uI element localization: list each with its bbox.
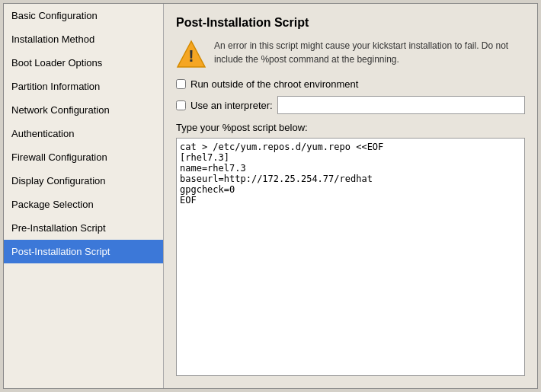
script-label: Type your %post script below:: [176, 122, 525, 133]
warning-message: An error in this script might cause your…: [214, 39, 525, 66]
interpreter-row: Use an interpreter:: [176, 96, 525, 114]
main-panel: Post-Installation Script ! An error in t…: [164, 4, 537, 388]
svg-text:!: !: [188, 46, 194, 65]
sidebar-item-basic-configuration[interactable]: Basic Configuration: [4, 4, 163, 27]
chroot-label: Run outside of the chroot environment: [190, 78, 358, 90]
chroot-checkbox-row: Run outside of the chroot environment: [176, 78, 525, 90]
sidebar-item-package-selection[interactable]: Package Selection: [4, 193, 163, 216]
warning-box: ! An error in this script might cause yo…: [176, 39, 525, 69]
sidebar-item-display-configuration[interactable]: Display Configuration: [4, 169, 163, 193]
sidebar-item-installation-method[interactable]: Installation Method: [4, 27, 163, 51]
warning-icon: !: [176, 39, 206, 69]
sidebar-item-boot-loader-options[interactable]: Boot Loader Options: [4, 51, 163, 75]
sidebar-item-pre-installation-script[interactable]: Pre-Installation Script: [4, 216, 163, 240]
page-title: Post-Installation Script: [176, 16, 525, 30]
sidebar: Basic Configuration Installation Method …: [4, 4, 164, 388]
interpreter-checkbox[interactable]: [176, 100, 186, 110]
sidebar-item-network-configuration[interactable]: Network Configuration: [4, 98, 163, 122]
sidebar-item-firewall-configuration[interactable]: Firewall Configuration: [4, 145, 163, 169]
sidebar-item-post-installation-script[interactable]: Post-Installation Script: [4, 240, 163, 263]
chroot-checkbox[interactable]: [176, 79, 186, 89]
sidebar-item-authentication[interactable]: Authentication: [4, 122, 163, 145]
interpreter-label: Use an interpreter:: [190, 100, 273, 111]
sidebar-item-partition-information[interactable]: Partition Information: [4, 75, 163, 98]
interpreter-input[interactable]: [277, 96, 525, 114]
script-textarea[interactable]: [176, 138, 525, 376]
